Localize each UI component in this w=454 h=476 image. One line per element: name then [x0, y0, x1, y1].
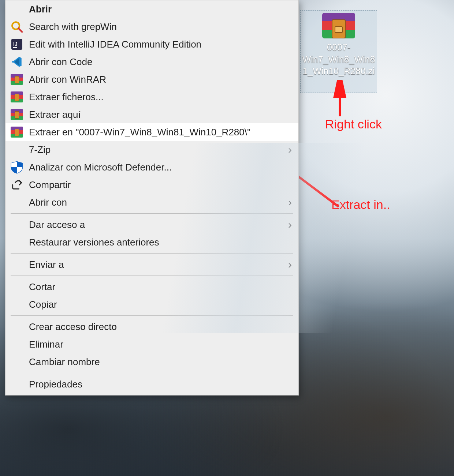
- context-menu: Abrir Search with grepWin IJ Edit with I…: [5, 0, 299, 396]
- desktop-background: 0007-Win7_Win8_Win81_Win10_R280.zip Righ…: [0, 0, 454, 476]
- menu-item-cambiar-nombre[interactable]: Cambiar nombre: [5, 353, 298, 371]
- menu-item-extraer-aqui[interactable]: Extraer aquí: [5, 106, 298, 123]
- menu-label: Edit with IntelliJ IDEA Community Editio…: [29, 39, 292, 50]
- vscode-icon: [9, 54, 25, 70]
- file-zip[interactable]: 0007-Win7_Win8_Win81_Win10_R280.zip: [300, 10, 377, 93]
- search-icon: [9, 19, 25, 34]
- submenu-chevron-icon: ›: [285, 196, 292, 209]
- menu-label: Search with grepWin: [29, 21, 292, 33]
- svg-text:IJ: IJ: [13, 41, 18, 47]
- submenu-chevron-icon: ›: [285, 218, 292, 231]
- menu-separator: [11, 253, 293, 254]
- menu-label: Extraer aquí: [29, 109, 292, 120]
- svg-rect-6: [13, 47, 17, 48]
- menu-label: Abrir: [29, 4, 292, 15]
- menu-label: Extraer en "0007-Win7_Win8_Win81_Win10_R…: [29, 127, 292, 138]
- menu-item-propiedades[interactable]: Propiedades: [5, 375, 298, 393]
- menu-label: Abrir con Code: [29, 56, 292, 68]
- annotation-right-click: Right click: [325, 117, 382, 131]
- menu-label: Abrir con WinRAR: [29, 74, 292, 85]
- defender-shield-icon: [9, 160, 25, 175]
- menu-item-search-grepwin[interactable]: Search with grepWin: [5, 18, 298, 35]
- menu-label: Abrir con: [29, 197, 285, 208]
- intellij-icon: IJ: [9, 37, 25, 52]
- menu-label: Restaurar versiones anteriores: [29, 237, 292, 248]
- annotation-extract-in: Extract in..: [331, 198, 390, 212]
- menu-label: Cortar: [29, 281, 292, 293]
- menu-label: Analizar con Microsoft Defender...: [29, 162, 292, 173]
- menu-separator: [11, 315, 293, 316]
- menu-label: Propiedades: [29, 379, 292, 390]
- menu-item-compartir[interactable]: Compartir: [5, 176, 298, 194]
- menu-item-7zip[interactable]: 7-Zip ›: [5, 141, 298, 158]
- menu-item-abrir-code[interactable]: Abrir con Code: [5, 53, 298, 71]
- menu-item-crear-acceso[interactable]: Crear acceso directo: [5, 318, 298, 336]
- menu-item-enviar-a[interactable]: Enviar a ›: [5, 256, 298, 273]
- menu-label: Enviar a: [29, 259, 285, 270]
- menu-item-extraer-ficheros[interactable]: Extraer ficheros...: [5, 88, 298, 106]
- menu-label: Crear acceso directo: [29, 321, 292, 333]
- submenu-chevron-icon: ›: [285, 143, 292, 156]
- menu-separator: [11, 276, 293, 276]
- winrar-icon: [9, 107, 25, 122]
- menu-separator: [11, 373, 293, 373]
- menu-item-extraer-en[interactable]: Extraer en "0007-Win7_Win8_Win81_Win10_R…: [5, 123, 298, 141]
- menu-item-dar-acceso[interactable]: Dar acceso a ›: [5, 216, 298, 233]
- menu-label: Extraer ficheros...: [29, 91, 292, 103]
- submenu-chevron-icon: ›: [285, 258, 292, 271]
- menu-item-abrir-con[interactable]: Abrir con ›: [5, 194, 298, 211]
- menu-label: 7-Zip: [29, 144, 285, 155]
- menu-label: Copiar: [29, 299, 292, 310]
- share-icon: [9, 177, 25, 192]
- winrar-icon: [9, 124, 25, 140]
- winrar-icon: [9, 72, 25, 87]
- winrar-archive-icon: [322, 13, 355, 38]
- menu-label: Cambiar nombre: [29, 356, 292, 368]
- svg-line-3: [18, 28, 22, 32]
- menu-label: Eliminar: [29, 339, 292, 350]
- menu-item-edit-intellij[interactable]: IJ Edit with IntelliJ IDEA Community Edi…: [5, 35, 298, 53]
- menu-item-abrir-winrar[interactable]: Abrir con WinRAR: [5, 71, 298, 88]
- menu-item-cortar[interactable]: Cortar: [5, 278, 298, 296]
- menu-item-copiar[interactable]: Copiar: [5, 296, 298, 313]
- file-name-label: 0007-Win7_Win8_Win81_Win10_R280.zip: [302, 41, 375, 89]
- menu-item-eliminar[interactable]: Eliminar: [5, 336, 298, 353]
- menu-item-restaurar-versiones[interactable]: Restaurar versiones anteriores: [5, 233, 298, 251]
- menu-label: Compartir: [29, 179, 292, 191]
- menu-separator: [11, 213, 293, 214]
- winrar-icon: [9, 89, 25, 105]
- menu-item-defender[interactable]: Analizar con Microsoft Defender...: [5, 158, 298, 176]
- menu-item-abrir[interactable]: Abrir: [5, 0, 298, 18]
- menu-label: Dar acceso a: [29, 219, 285, 230]
